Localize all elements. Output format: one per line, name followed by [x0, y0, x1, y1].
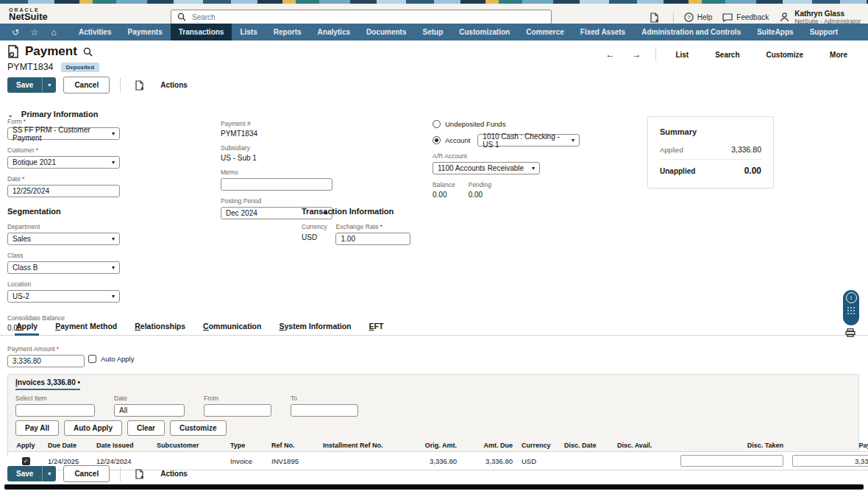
undeposited-funds-radio[interactable] [433, 120, 441, 128]
clear-button[interactable]: Clear [127, 420, 165, 436]
recent-records-icon[interactable]: ↺ [6, 27, 25, 38]
row-type-link[interactable]: Invoice [226, 452, 267, 470]
date-filter[interactable] [119, 406, 179, 414]
pending-value: 0.00 [469, 191, 491, 199]
global-search[interactable] [171, 10, 552, 24]
search-link[interactable]: Search [705, 51, 750, 59]
subsidiary-value: US - Sub 1 [221, 154, 332, 162]
nav-lists[interactable]: Lists [232, 24, 265, 40]
customer-select[interactable]: Botique 2021▾ [7, 156, 120, 169]
row-installment-ref-no [319, 452, 404, 470]
feedback-icon [722, 13, 733, 22]
row-disc-date [560, 452, 613, 470]
assistant-widget[interactable]: i [843, 290, 859, 325]
title-search-icon[interactable] [83, 47, 93, 57]
tab-payment-method[interactable]: Payment Method [46, 319, 126, 335]
bottom-bar [4, 484, 864, 490]
location-select[interactable]: US-2▾ [7, 290, 120, 303]
invoices-panel: Invoices 3,336.80 • Select Item Date Fro… [7, 374, 859, 457]
memo-field[interactable] [226, 180, 327, 188]
tab-apply[interactable]: Apply [7, 319, 46, 335]
save-button-bottom[interactable]: Save ▾ [7, 466, 56, 481]
primary-info-col1: Form* SS FF PRM - Customer Payment▾ Cust… [7, 118, 120, 204]
nav-documents[interactable]: Documents [358, 24, 414, 40]
topbar-divider [673, 13, 674, 23]
home-icon[interactable]: ⌂ [44, 27, 63, 38]
nav-setup[interactable]: Setup [414, 24, 451, 40]
customize-button[interactable]: Customize [170, 420, 227, 436]
more-link[interactable]: More [819, 51, 858, 59]
primary-info-col3: Undeposited Funds Account 1010 Cash : Ch… [433, 120, 580, 199]
feedback-menu[interactable]: Feedback [722, 13, 769, 22]
tab-relationships[interactable]: Relationships [126, 319, 194, 335]
save-dropdown-caret[interactable]: ▾ [42, 466, 56, 481]
actions-button-bottom[interactable]: Actions [160, 470, 188, 478]
account-select[interactable]: 1010 Cash : Checking - US 1▾ [477, 134, 580, 146]
auto-apply-checkbox[interactable] [88, 355, 96, 363]
tab-system-information[interactable]: System Information [270, 319, 360, 335]
cancel-button-bottom[interactable]: Cancel [63, 465, 110, 482]
payment-amount-field[interactable] [13, 357, 79, 365]
row-payment-field[interactable]: 3,336.80 [792, 455, 868, 467]
invoice-buttons: Pay All Auto Apply Clear Customize [15, 420, 227, 436]
nav-activities[interactable]: Activities [71, 24, 119, 40]
top-bar: ORACLE NetSuite ? Help Feedback [0, 4, 868, 24]
pay-all-button[interactable]: Pay All [15, 420, 59, 436]
shortcuts-star-icon[interactable]: ☆ [25, 27, 44, 38]
new-document-icon[interactable] [131, 77, 147, 93]
nav-transactions[interactable]: Transactions [171, 24, 232, 40]
table-header-row: Apply Due Date Date Issued Subcustomer T… [8, 439, 868, 452]
search-input[interactable] [192, 13, 545, 21]
caret-down-icon: ▾ [112, 264, 115, 271]
tab-eft[interactable]: EFT [360, 319, 392, 335]
save-button[interactable]: Save ▾ [7, 77, 56, 93]
to-filter[interactable] [296, 406, 353, 414]
select-item-filter[interactable] [21, 406, 90, 414]
help-menu[interactable]: ? Help [684, 13, 713, 22]
department-select[interactable]: Sales▾ [7, 233, 120, 245]
new-document-icon[interactable] [131, 466, 147, 482]
exchange-rate-field[interactable] [341, 235, 405, 243]
actions-button[interactable]: Actions [160, 81, 188, 89]
ar-account-select[interactable]: 1100 Accounts Receivable▾ [433, 162, 540, 174]
nav-analytics[interactable]: Analytics [310, 24, 358, 40]
nav-reports[interactable]: Reports [266, 24, 310, 40]
nav-administration[interactable]: Administration and Controls [633, 24, 749, 40]
nav-suiteapps[interactable]: SuiteApps [749, 24, 801, 40]
netsuite-logo[interactable]: ORACLE NetSuite [9, 7, 163, 21]
account-radio[interactable] [433, 136, 441, 144]
header-links: ← → List Search Customize More [600, 49, 858, 60]
auto-apply-group: Auto Apply [88, 355, 134, 363]
from-filter[interactable] [209, 406, 266, 414]
row-disc-taken-field[interactable] [680, 455, 783, 467]
date-field[interactable] [13, 187, 115, 195]
back-arrow-button[interactable]: ← [600, 49, 620, 60]
record-line: PYMT1834 Deposited [7, 62, 99, 72]
nav-payments[interactable]: Payments [119, 24, 170, 40]
customize-link[interactable]: Customize [756, 51, 814, 59]
list-link[interactable]: List [665, 51, 699, 59]
class-select[interactable]: Class B▾ [7, 261, 120, 274]
row-apply-checkbox[interactable] [22, 457, 30, 465]
printer-icon[interactable] [845, 328, 855, 337]
main-nav: ↺ ☆ ⌂ Activities Payments Transactions L… [0, 24, 868, 40]
nav-commerce[interactable]: Commerce [518, 24, 572, 40]
payment-number-value: PYMT1834 [221, 130, 332, 138]
caret-down-icon: ▾ [112, 159, 115, 166]
caret-down-icon: ▾ [112, 293, 115, 300]
netsuite-app: ORACLE NetSuite ? Help Feedback [0, 0, 868, 491]
cancel-button[interactable]: Cancel [63, 77, 110, 93]
nav-customization[interactable]: Customization [451, 24, 518, 40]
auto-apply-button[interactable]: Auto Apply [64, 420, 122, 436]
forward-arrow-button[interactable]: → [626, 49, 647, 60]
form-select[interactable]: SS FF PRM - Customer Payment▾ [7, 127, 120, 140]
tab-communication[interactable]: Communication [194, 319, 270, 335]
status-badge: Deposited [61, 63, 100, 72]
nav-fixed-assets[interactable]: Fixed Assets [572, 24, 633, 40]
nav-support[interactable]: Support [802, 24, 846, 40]
user-menu[interactable]: Kathryn Glass NetSuite - Administrator [779, 10, 861, 25]
invoices-subtab[interactable]: Invoices 3,336.80 • [15, 378, 80, 390]
unapplied-value: 0.00 [744, 166, 761, 176]
payment-amount-group: Payment Amount* [7, 345, 85, 367]
save-dropdown-caret[interactable]: ▾ [42, 77, 56, 93]
